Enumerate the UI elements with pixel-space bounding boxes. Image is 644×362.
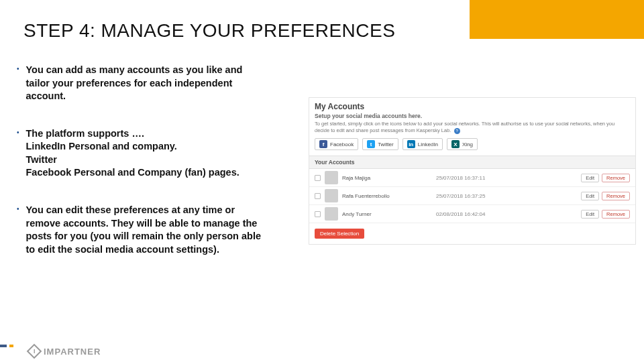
remove-button[interactable]: Remove [602,210,630,219]
remove-button[interactable]: Remove [602,192,630,200]
xing-icon: X [451,140,460,148]
social-label: Xing [462,141,473,147]
help-icon[interactable]: ? [454,128,460,134]
social-label: Facebook [330,141,354,147]
bullet-line: posts for you (you will remain the only … [26,230,261,243]
xing-button[interactable]: XXing [447,138,478,150]
remove-button[interactable]: Remove [602,174,630,182]
bullet-dot-icon: • [17,205,19,256]
bullet-line: Twitter [26,154,239,167]
row-checkbox[interactable] [315,193,321,199]
account-row: Raja Majiga 25/07/2018 16:37:11 Edit Rem… [309,169,635,187]
edit-button[interactable]: Edit [581,192,599,200]
account-name: Raja Majiga [342,175,436,181]
panel-helper: To get started, simply click on the icon… [309,121,635,138]
brand-name: IMPARTNER [44,347,101,357]
edit-button[interactable]: Edit [581,174,599,182]
social-buttons-row: fFacebook tTwitter inLinkedIn XXing [309,138,635,156]
bullet-line: LinkedIn Personal and company. [26,140,239,154]
edit-button[interactable]: Edit [581,210,599,219]
account-name: Andy Turner [342,211,436,217]
bullet-line: remove accounts. They will be able to ma… [26,217,261,231]
accounts-header: Your Accounts [309,156,635,169]
twitter-button[interactable]: tTwitter [362,138,398,150]
bullet-line: to edit the social media account setting… [26,243,261,257]
bullet-dot-icon: • [17,129,19,180]
brand-footer: I IMPARTNER [29,346,101,357]
bullet-line: You can add as many accounts as you like… [26,64,243,77]
facebook-button[interactable]: fFacebook [315,138,358,150]
linkedin-button[interactable]: inLinkedIn [402,138,443,150]
panel-subtitle: Setup your social media accounts here. [309,113,635,121]
account-name: Rafa Fuenterrebollo [342,193,436,199]
social-label: Twitter [378,141,394,147]
row-checkbox[interactable] [315,211,321,217]
account-timestamp: 25/07/2018 16:37:25 [436,193,578,199]
social-label: LinkedIn [418,141,438,147]
avatar [325,189,338,202]
account-row: Andy Turner 02/08/2018 16:42:04 Edit Rem… [309,205,635,223]
page-title: STEP 4: MANAGE YOUR PREFERENCES [23,20,395,42]
helper-text: To get started, simply click on the icon… [315,121,614,133]
bullet-line: tailor your preferences for each indepen… [26,77,243,90]
avatar [325,171,338,184]
bullet-line: account. [26,90,243,103]
delete-selection-button[interactable]: Delete Selection [315,229,364,239]
linkedin-icon: in [407,140,415,148]
bullet-line: The platform supports …. [26,127,239,141]
bullet-item: • The platform supports …. LinkedIn Pers… [17,127,305,180]
bullet-line: You can edit these preferences at any ti… [26,204,261,217]
brand-logo-icon: I [27,344,42,359]
account-row: Rafa Fuenterrebollo 25/07/2018 16:37:25 … [309,187,635,205]
bullet-line: Facebook Personal and Company (fan) page… [26,166,239,180]
twitter-icon: t [367,140,375,148]
facebook-icon: f [319,140,327,148]
bullet-item: • You can edit these preferences at any … [17,204,305,256]
avatar [325,207,338,221]
bullet-item: • You can add as many accounts as you li… [17,64,305,103]
accent-bar [470,0,644,39]
my-accounts-panel: My Accounts Setup your social media acco… [309,97,636,245]
row-checkbox[interactable] [315,175,321,181]
account-timestamp: 02/08/2018 16:42:04 [436,211,578,217]
panel-heading: My Accounts [309,98,635,113]
bullet-list: • You can add as many accounts as you li… [17,64,305,280]
bullet-dot-icon: • [17,65,19,103]
account-timestamp: 25/07/2018 16:37:11 [436,175,578,181]
